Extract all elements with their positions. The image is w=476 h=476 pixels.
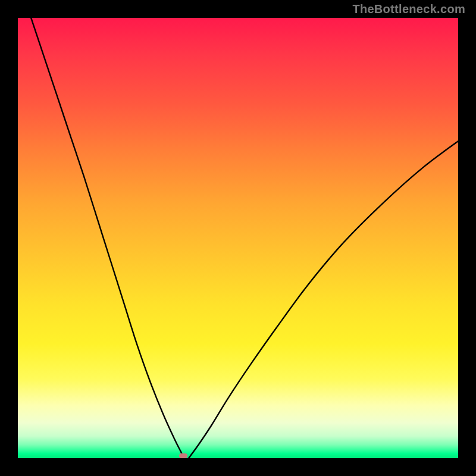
curve-left-branch	[31, 18, 184, 458]
curve-layer	[18, 18, 458, 458]
plot-area	[18, 18, 458, 458]
watermark-text: TheBottleneck.com	[352, 2, 465, 16]
min-marker	[179, 453, 187, 458]
curve-right-branch	[189, 141, 458, 458]
chart-frame: TheBottleneck.com	[0, 0, 476, 476]
